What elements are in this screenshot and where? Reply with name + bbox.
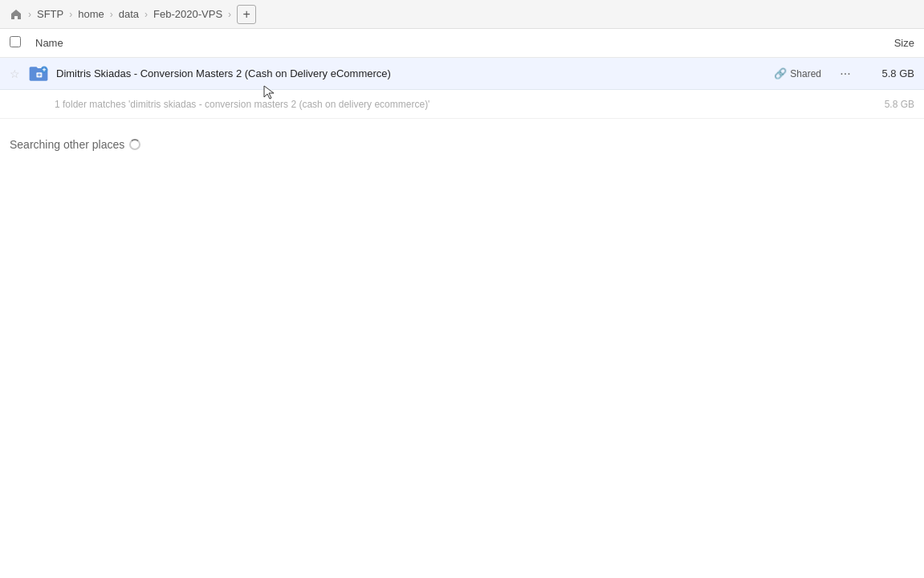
file-size: 5.8 GB [866,67,914,79]
select-all-checkbox[interactable] [10,36,29,50]
breadcrumb-sep-2: › [110,9,113,20]
searching-title: Searching other places [10,138,914,151]
home-icon [10,8,22,21]
breadcrumb-sftp[interactable]: SFTP [34,6,67,22]
star-icon[interactable]: ☆ [10,67,26,80]
searching-title-text: Searching other places [10,138,124,151]
link-icon: 🔗 [774,67,787,79]
more-options-button[interactable]: ··· [834,64,857,83]
add-tab-button[interactable]: + [237,5,256,24]
match-size: 5.8 GB [866,99,914,110]
breadcrumb-home-dir[interactable]: home [75,6,108,22]
breadcrumb: › SFTP › home › data › Feb-2020-VPS › + [6,5,256,24]
breadcrumb-sep-1: › [69,9,72,20]
name-column-header[interactable]: Name [35,37,850,49]
match-text: 1 folder matches 'dimitris skiadas - con… [55,99,866,110]
match-row: 1 folder matches 'dimitris skiadas - con… [0,90,924,119]
breadcrumb-sep-3: › [145,9,148,20]
breadcrumb-sep-0: › [28,9,31,20]
folder-icon-wrapper [26,61,51,87]
top-bar: › SFTP › home › data › Feb-2020-VPS › + [0,0,924,29]
more-icon: ··· [840,67,850,81]
shared-badge: 🔗 Shared [774,67,821,79]
shared-label: Shared [790,68,821,79]
breadcrumb-sep-4: › [228,9,231,20]
folder-shared-icon [27,63,50,85]
breadcrumb-data[interactable]: data [116,6,142,22]
file-row[interactable]: ☆ Dimitris Skiadas - Conversion Masters … [0,58,924,90]
breadcrumb-feb2020vps[interactable]: Feb-2020-VPS [150,6,226,22]
loading-spinner [129,139,140,150]
file-name[interactable]: Dimitris Skiadas - Conversion Masters 2 … [56,67,774,79]
size-column-header[interactable]: Size [850,37,914,49]
select-all-input[interactable] [10,36,21,47]
breadcrumb-home[interactable] [6,6,26,22]
searching-section: Searching other places [0,119,924,161]
column-headers: Name Size [0,29,924,58]
